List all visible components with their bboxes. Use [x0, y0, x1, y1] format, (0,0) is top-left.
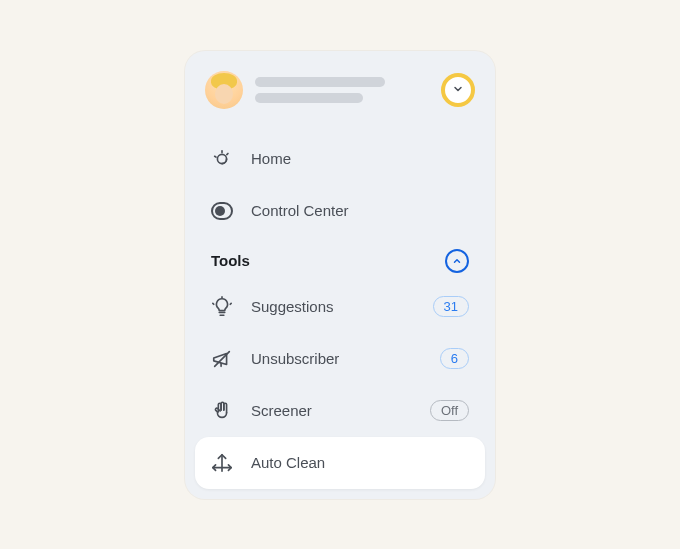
nav-label: Suggestions — [251, 298, 415, 315]
toggle-icon — [211, 200, 233, 222]
nav-item-home[interactable]: Home — [195, 133, 485, 185]
nav-item-screener[interactable]: Screener Off — [195, 385, 485, 437]
count-badge: 6 — [440, 348, 469, 369]
account-name-placeholder — [255, 77, 385, 87]
nav-label: Auto Clean — [251, 454, 469, 471]
home-icon — [211, 148, 233, 170]
section-title: Tools — [211, 252, 250, 269]
chevron-up-icon — [452, 252, 462, 270]
tools-collapse-button[interactable] — [445, 249, 469, 273]
chevron-down-icon — [452, 81, 464, 99]
account-toggle-button[interactable] — [441, 73, 475, 107]
nav-label: Control Center — [251, 202, 469, 219]
nav-item-suggestions[interactable]: Suggestions 31 — [195, 281, 485, 333]
nav-item-control-center[interactable]: Control Center — [195, 185, 485, 237]
account-email-placeholder — [255, 93, 363, 103]
megaphone-off-icon — [211, 348, 233, 370]
account-info — [255, 77, 429, 103]
account-header — [195, 67, 485, 123]
status-badge: Off — [430, 400, 469, 421]
arrows-icon — [211, 452, 233, 474]
count-badge: 31 — [433, 296, 469, 317]
nav-label: Home — [251, 150, 469, 167]
nav-label: Unsubscriber — [251, 350, 422, 367]
sidebar-panel: Home Control Center Tools — [185, 51, 495, 499]
hand-icon — [211, 400, 233, 422]
lightbulb-icon — [211, 296, 233, 318]
nav-item-unsubscriber[interactable]: Unsubscriber 6 — [195, 333, 485, 385]
tools-section-header: Tools — [195, 237, 485, 281]
avatar[interactable] — [205, 71, 243, 109]
nav-list: Home Control Center Tools — [195, 123, 485, 489]
nav-item-auto-clean[interactable]: Auto Clean — [195, 437, 485, 489]
nav-label: Screener — [251, 402, 412, 419]
